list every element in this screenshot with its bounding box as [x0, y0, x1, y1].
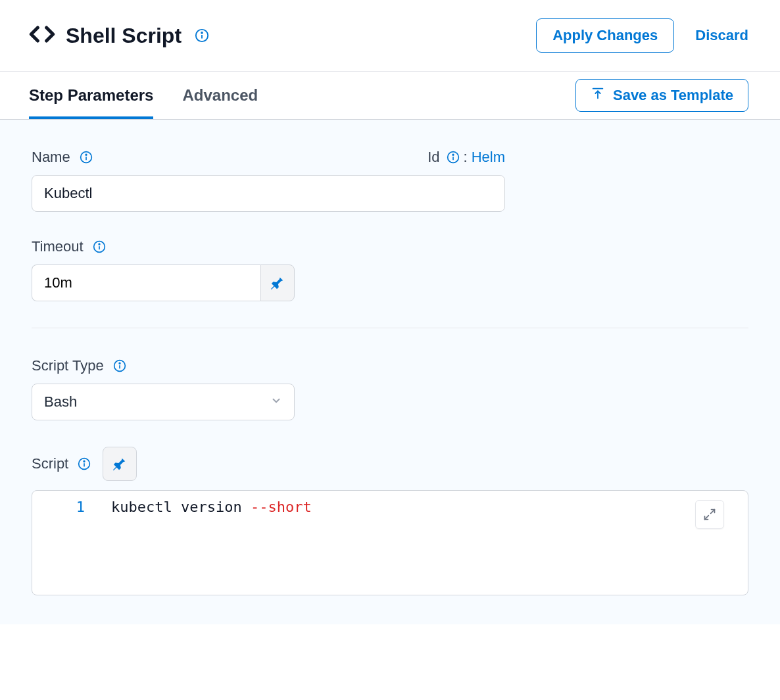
- id-label: Id: [427, 149, 439, 166]
- info-icon[interactable]: [93, 240, 106, 253]
- script-type-select[interactable]: Bash: [32, 384, 295, 420]
- svg-point-10: [452, 154, 454, 155]
- expand-editor-button[interactable]: [695, 500, 724, 529]
- code-icon: [29, 21, 55, 50]
- id-value[interactable]: Helm: [472, 149, 505, 166]
- code-line: 1 kubectl version --short: [32, 499, 748, 515]
- save-as-template-button[interactable]: Save as Template: [575, 79, 748, 112]
- timeout-input[interactable]: [32, 264, 260, 301]
- script-editor[interactable]: 1 kubectl version --short: [32, 490, 748, 595]
- save-as-template-label: Save as Template: [613, 87, 733, 104]
- script-label-row: Script: [32, 447, 748, 481]
- tab-advanced[interactable]: Advanced: [182, 72, 258, 119]
- timeout-label: Timeout: [32, 238, 748, 255]
- panel-title: Shell Script: [66, 24, 182, 48]
- script-type-field: Bash: [32, 384, 748, 420]
- svg-line-20: [711, 510, 715, 514]
- tabs-row: Step Parameters Advanced Save as Templat…: [0, 72, 780, 120]
- tabs: Step Parameters Advanced: [29, 72, 258, 119]
- svg-point-19: [84, 461, 85, 462]
- header-actions: Apply Changes Discard: [536, 18, 748, 53]
- info-icon[interactable]: [78, 457, 91, 470]
- apply-changes-button[interactable]: Apply Changes: [536, 18, 674, 53]
- svg-point-16: [119, 362, 120, 364]
- svg-point-2: [201, 32, 203, 34]
- info-icon[interactable]: [195, 28, 209, 43]
- svg-line-21: [705, 516, 709, 520]
- pin-button[interactable]: [103, 447, 137, 481]
- name-id-row: Name Id : Helm: [32, 149, 505, 166]
- info-icon[interactable]: [447, 151, 460, 164]
- form-panel: Name Id : Helm Timeout: [0, 120, 780, 624]
- panel-header: Shell Script Apply Changes Discard: [0, 0, 780, 72]
- discard-button[interactable]: Discard: [695, 27, 748, 44]
- pin-button[interactable]: [260, 264, 295, 301]
- info-icon[interactable]: [113, 359, 126, 372]
- code-content: kubectl version --short: [111, 499, 312, 515]
- info-icon[interactable]: [80, 151, 93, 164]
- script-label: Script: [32, 455, 91, 472]
- line-number: 1: [32, 499, 111, 515]
- chevron-down-icon: [270, 393, 282, 411]
- svg-point-13: [99, 243, 100, 245]
- name-input[interactable]: [32, 175, 505, 212]
- name-label: Name: [32, 149, 93, 166]
- script-type-value: Bash: [44, 393, 77, 411]
- svg-point-7: [85, 154, 87, 155]
- section-divider: [32, 328, 748, 328]
- script-type-label: Script Type: [32, 357, 748, 374]
- id-block: Id : Helm: [427, 149, 505, 166]
- name-field: [32, 175, 748, 212]
- tab-step-parameters[interactable]: Step Parameters: [29, 72, 153, 119]
- upload-icon: [591, 86, 605, 105]
- timeout-field: [32, 264, 748, 301]
- editor-scrollbar[interactable]: [733, 496, 743, 589]
- header-title-group: Shell Script: [29, 21, 209, 50]
